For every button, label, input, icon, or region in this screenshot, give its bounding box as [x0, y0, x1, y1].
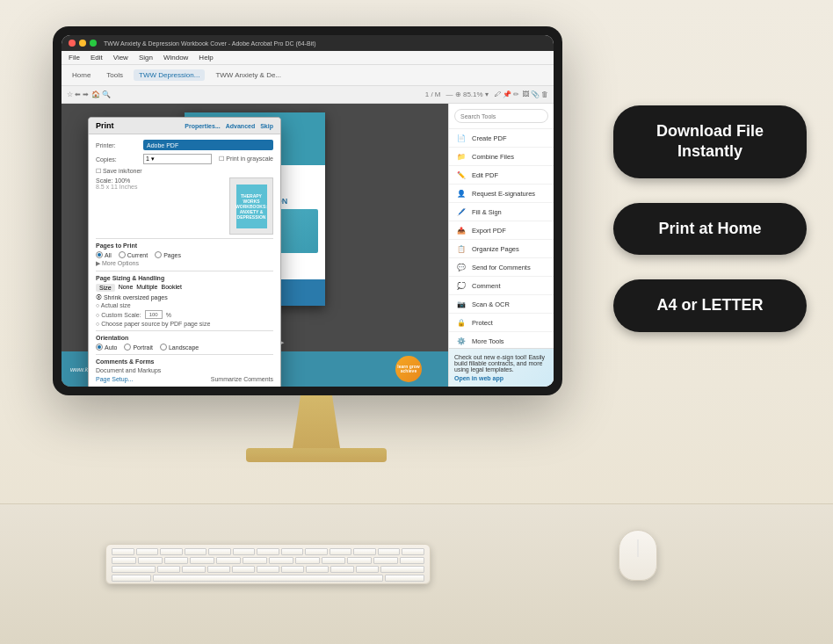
- dialog-header: Print Properties... Advanced Skip: [89, 118, 280, 134]
- send-comments-label: Send for Comments: [472, 264, 531, 271]
- key: [402, 548, 424, 555]
- tools-search-area: [449, 104, 554, 129]
- menu-sign[interactable]: Sign: [139, 54, 153, 62]
- grayscale-check: ☐ Print in grayscale: [219, 156, 273, 163]
- copies-input[interactable]: 1 ▾: [143, 154, 212, 164]
- close-button[interactable]: [69, 40, 76, 47]
- booklet-tab[interactable]: Booklet: [161, 284, 181, 292]
- pages-section: Pages to Print All: [96, 238, 273, 267]
- key: [185, 548, 207, 555]
- tool-protect[interactable]: 🔒 Protect: [449, 314, 554, 332]
- acrobat-app: TWW Anxiety & Depression Workbook Cover …: [62, 35, 554, 387]
- key: [207, 566, 230, 573]
- dialog-body: Printer: Adobe PDF Copies: 1 ▾ ☐ Print i…: [89, 134, 280, 387]
- tool-scan-ocr[interactable]: 📷 Scan & OCR: [449, 295, 554, 314]
- comment-label: Comment: [472, 282, 501, 290]
- tool-send-comments[interactable]: 💬 Send for Comments: [449, 258, 554, 277]
- summarize-label: Summarize Comments: [211, 376, 273, 382]
- radio-current[interactable]: Current: [119, 251, 148, 258]
- tools-search-input[interactable]: [454, 109, 548, 123]
- format-badge: A4 or LETTER: [613, 279, 807, 331]
- maximize-button[interactable]: [90, 40, 97, 47]
- key: [281, 548, 304, 555]
- tool-export-pdf[interactable]: 📤 Export PDF: [449, 221, 554, 240]
- send-comments-icon: 💬: [456, 262, 467, 272]
- radio-portrait[interactable]: Portrait: [124, 344, 153, 351]
- protect-label: Protect: [472, 319, 493, 327]
- mouse: [619, 530, 657, 581]
- sizing-tabs: Size None Multiple Booklet: [96, 284, 273, 292]
- size-tab[interactable]: Size: [96, 284, 115, 292]
- combine-files-label: Combine Files: [472, 153, 514, 161]
- page-setup-link[interactable]: Page Setup...: [96, 376, 133, 382]
- custom-scale-input[interactable]: 100: [145, 310, 163, 319]
- radio-pages-dot: [155, 251, 162, 258]
- key: [295, 557, 320, 564]
- key: [232, 566, 255, 573]
- more-tools-label: More Tools: [472, 337, 504, 345]
- print-dialog: Print Properties... Advanced Skip: [88, 117, 281, 387]
- protect-icon: 🔒: [456, 317, 467, 328]
- tool-create-pdf[interactable]: 📄 Create PDF: [449, 129, 554, 148]
- export-pdf-icon: 📤: [456, 225, 467, 235]
- menu-window[interactable]: Window: [163, 54, 188, 62]
- tool-comment[interactable]: 💭 Comment: [449, 277, 554, 295]
- key: [257, 566, 279, 573]
- tool-request-esig[interactable]: 👤 Request E-signatures: [449, 185, 554, 203]
- key: [330, 566, 353, 573]
- menu-file[interactable]: File: [69, 54, 80, 62]
- mouse-center-line: [638, 539, 639, 557]
- key: [257, 548, 279, 555]
- secondary-toolbar: ☆ ⬅ ➡ 🏠 🔍 1 / M — ⊕ 85.1% ▾ 🖊 📌 ✏ 🖼 📎 🗑: [62, 86, 554, 104]
- advanced-button[interactable]: Advanced: [226, 123, 255, 129]
- radio-landscape[interactable]: Landscape: [160, 344, 199, 351]
- page-preview: THERAPYWORKSWORKBOOKS:ANXIETY &DEPRESSIO…: [229, 177, 273, 235]
- menu-help[interactable]: Help: [199, 54, 213, 62]
- scan-ocr-label: Scan & OCR: [472, 300, 510, 308]
- orientation-radio-group: Auto Portrait: [96, 344, 273, 351]
- promo-link[interactable]: Open in web app: [454, 375, 503, 381]
- printer-select[interactable]: Adobe PDF: [143, 140, 273, 150]
- pages-radio-group: All Current: [96, 251, 273, 258]
- monitor-stand-base: [246, 448, 387, 462]
- paper-size-option: ○ Choose paper source by PDF page size: [96, 321, 273, 327]
- comments-value: Document and Markups: [96, 367, 273, 373]
- radio-auto[interactable]: Auto: [96, 344, 117, 351]
- radio-all[interactable]: All: [96, 251, 112, 258]
- badges-panel: Download File Instantly Print at Home A4…: [613, 105, 807, 332]
- tool-organize-pages[interactable]: 📋 Organize Pages: [449, 240, 554, 258]
- key: [373, 557, 398, 564]
- tools-panel: 📄 Create PDF 📁 Combine Files ✏️ Edit PDF: [448, 104, 554, 387]
- key-row-1: [112, 548, 424, 555]
- tool-combine-files[interactable]: 📁 Combine Files: [449, 148, 554, 166]
- multiple-tab[interactable]: Multiple: [136, 284, 157, 292]
- skip-button[interactable]: Skip: [260, 123, 273, 129]
- copies-label: Copies:: [96, 156, 140, 163]
- dialog-action-buttons: Properties... Advanced Skip: [185, 123, 273, 129]
- custom-scale-row: ○ Custom Scale: 100 %: [96, 310, 273, 319]
- tab-tools[interactable]: Tools: [101, 69, 128, 81]
- tab-home[interactable]: Home: [67, 69, 96, 81]
- download-line2: Instantly: [677, 142, 742, 160]
- tool-more-tools[interactable]: ⚙️ More Tools: [449, 332, 554, 348]
- tab-tww-anxiety[interactable]: TWW Anxiety & De...: [210, 69, 286, 81]
- edit-pdf-icon: ✏️: [456, 170, 467, 180]
- minimize-button[interactable]: [79, 40, 86, 47]
- menu-view[interactable]: View: [113, 54, 128, 62]
- comments-section-title: Comments & Forms: [96, 358, 273, 365]
- tool-edit-pdf[interactable]: ✏️ Edit PDF: [449, 166, 554, 185]
- tool-fill-sign[interactable]: 🖊️ Fill & Sign: [449, 203, 554, 221]
- achieve-text: learn grow achieve: [395, 365, 422, 374]
- radio-landscape-dot: [160, 344, 167, 351]
- none-tab[interactable]: None: [119, 284, 134, 292]
- key: [378, 548, 401, 555]
- key: [400, 557, 424, 564]
- key: [281, 566, 304, 573]
- properties-button[interactable]: Properties...: [185, 123, 220, 129]
- tab-tww-depression[interactable]: TWW Depression...: [134, 69, 205, 81]
- key: [216, 557, 241, 564]
- title-bar: TWW Anxiety & Depression Workbook Cover …: [62, 35, 554, 51]
- menu-edit[interactable]: Edit: [91, 54, 103, 62]
- radio-pages[interactable]: Pages: [155, 251, 181, 258]
- key-row-2: [112, 557, 424, 564]
